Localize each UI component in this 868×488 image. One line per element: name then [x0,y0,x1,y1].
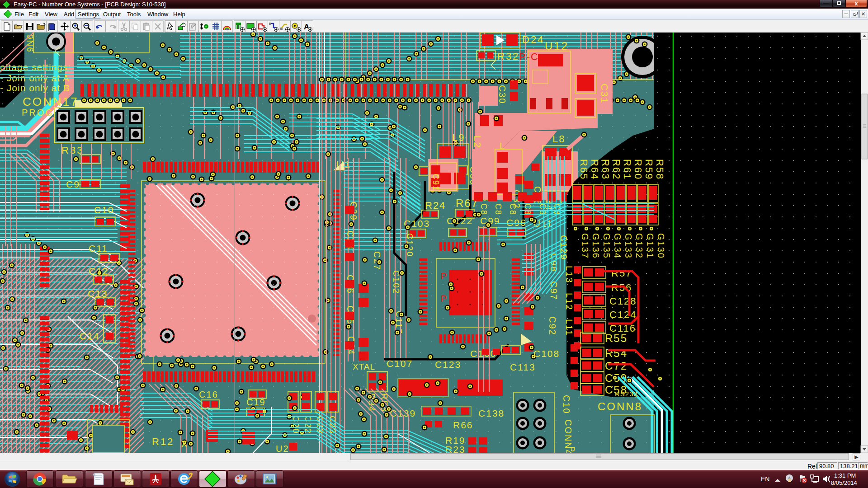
svg-text:C12: C12 [89,266,109,276]
svg-text:R64: R64 [589,159,600,180]
svg-text:C129: C129 [559,235,569,260]
svg-text:C123: C123 [435,359,461,370]
svg-text:C91: C91 [431,174,440,191]
svg-text:R65: R65 [578,159,590,180]
svg-text:C113: C113 [510,362,536,372]
svg-text:L12: L12 [564,293,574,310]
svg-text:PROG: PROG [22,108,54,117]
svg-text:R57: R57 [611,267,632,279]
svg-text:L11: L11 [564,319,574,336]
svg-text:G134: G134 [613,233,623,259]
svg-text:D24: D24 [522,34,544,45]
svg-text:C8: C8 [494,203,503,216]
svg-text:C72: C72 [605,360,627,372]
svg-text:L2: L2 [472,136,483,148]
svg-text:R61: R61 [622,159,633,180]
svg-text:R63: R63 [600,159,611,180]
svg-text:C30: C30 [497,85,507,104]
svg-text:R24: R24 [425,200,446,211]
svg-text:R12: R12 [152,436,174,447]
svg-text:C11: C11 [89,243,108,253]
svg-text:C8: C8 [508,203,517,216]
svg-text:R66: R66 [453,420,473,430]
svg-text:C13: C13 [88,288,108,299]
svg-text:C128: C128 [609,296,637,307]
svg-text:C10: C10 [94,205,114,215]
svg-text:C8: C8 [479,203,488,216]
svg-text:C31: C31 [599,84,610,104]
svg-text:R60: R60 [632,159,644,180]
svg-text:C14: C14 [80,331,100,341]
svg-text:L13: L13 [564,266,574,283]
svg-text:P: P [441,271,447,281]
svg-text:R59: R59 [643,159,655,180]
svg-text:L9: L9 [452,132,465,143]
svg-text:CONN17: CONN17 [23,95,78,108]
svg-text:C16: C16 [199,389,218,399]
svg-text:P: P [441,294,447,304]
svg-text:R54: R54 [605,347,627,359]
svg-text:P-C: P-C [519,51,539,62]
svg-text:- Join only at B: - Join only at B [0,83,70,93]
svg-text:9N6: 9N6 [25,34,35,53]
svg-text:C96: C96 [506,217,527,228]
svg-text:C122: C122 [447,216,473,226]
svg-text:C10: C10 [561,395,571,414]
svg-text:R58: R58 [654,159,665,180]
svg-text:L8: L8 [552,133,565,145]
svg-text:R62: R62 [611,159,622,180]
svg-text:PR: PR [567,446,576,453]
svg-text:G132: G132 [634,233,644,259]
svg-text:CONN8: CONN8 [598,400,642,413]
svg-text:C124: C124 [609,309,637,320]
svg-text:R55: R55 [605,332,627,344]
svg-text:X: X [181,438,189,450]
svg-text:G131: G131 [645,233,655,259]
svg-text:R32: R32 [497,51,519,62]
svg-text:XTAL: XTAL [353,362,375,371]
svg-text:U12: U12 [545,40,569,52]
svg-text:U2: U2 [276,444,289,453]
svg-text:G130: G130 [656,233,666,259]
svg-text:G136: G136 [591,233,601,259]
svg-text:C138: C138 [478,408,505,418]
svg-text:RS232: RS232 [615,390,638,398]
svg-text:C9: C9 [66,179,80,189]
svg-text:G133: G133 [623,233,633,259]
svg-text:C108: C108 [533,348,560,359]
svg-text:G135: G135 [602,233,612,259]
svg-text:C92: C92 [547,316,557,336]
svg-text:G137: G137 [580,233,590,259]
